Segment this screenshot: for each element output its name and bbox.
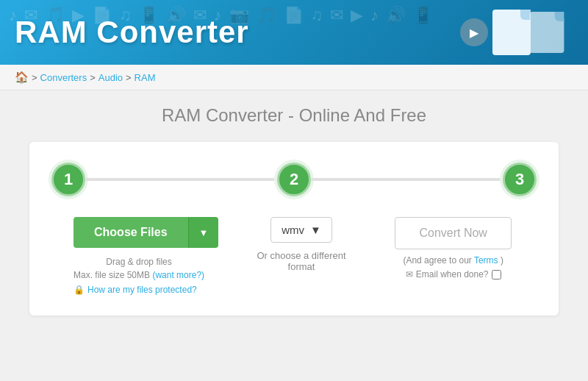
- breadcrumb-sep-3: >: [126, 72, 132, 83]
- breadcrumb-sep-1: >: [32, 72, 37, 83]
- page-header: ♪✉🎵▶📄 ♫📱🔊✉♪ 📷🎵📄♫✉ ▶♪🔊📱 RAM Converter ▶: [0, 0, 588, 65]
- step-2-col: wmv ▼ Or choose a different format: [226, 217, 378, 272]
- format-value: wmv: [282, 224, 304, 236]
- home-icon[interactable]: 🏠: [15, 71, 29, 84]
- format-select[interactable]: wmv ▼: [270, 217, 332, 243]
- play-arrow-icon: ▶: [460, 18, 488, 46]
- step-3-circle: 3: [503, 163, 537, 196]
- envelope-icon: ✉: [406, 269, 413, 279]
- step-3-col: Convert Now (And agree to our Terms ) ✉ …: [377, 217, 537, 279]
- file-protection-link[interactable]: 🔒 How are my files protected?: [74, 285, 197, 295]
- format-choose-label: Or choose a different format: [257, 250, 345, 272]
- breadcrumb-converters[interactable]: Converters: [40, 72, 87, 83]
- actions-row: Choose Files ▼ Drag & drop files Max. fi…: [51, 217, 537, 295]
- step-connector-2: [311, 178, 503, 181]
- choose-files-dropdown-btn[interactable]: ▼: [188, 217, 219, 248]
- drag-drop-label: Drag & drop files: [74, 255, 204, 268]
- step-connector-1: [85, 178, 277, 181]
- format-dropdown-arrow: ▼: [310, 224, 321, 236]
- step-1-col: Choose Files ▼ Drag & drop files Max. fi…: [51, 217, 226, 295]
- drag-drop-text: Drag & drop files Max. file size 50MB (w…: [74, 255, 204, 282]
- lock-icon: 🔒: [74, 285, 85, 295]
- convert-now-button[interactable]: Convert Now: [395, 217, 511, 249]
- breadcrumb-sep-2: >: [90, 72, 96, 83]
- want-more-link[interactable]: (want more?): [152, 270, 204, 280]
- main-content: RAM Converter - Online And Free 1 2 3 Ch…: [0, 90, 588, 330]
- choose-files-button[interactable]: Choose Files: [74, 217, 188, 248]
- step-1-circle: 1: [51, 163, 85, 196]
- email-row: ✉ Email when done?: [406, 269, 501, 279]
- converter-card: 1 2 3 Choose Files ▼ Drag & drop files M…: [29, 142, 559, 316]
- step-2-circle: 2: [277, 163, 311, 196]
- agree-text: (And agree to our Terms ): [403, 255, 503, 266]
- site-title: RAM Converter: [15, 15, 249, 50]
- breadcrumb: 🏠 > Converters > Audio > RAM: [0, 65, 588, 90]
- breadcrumb-audio[interactable]: Audio: [98, 72, 123, 83]
- breadcrumb-ram[interactable]: RAM: [135, 72, 156, 83]
- header-icon-group: ▶: [460, 10, 566, 55]
- choose-files-button-group[interactable]: Choose Files ▼: [74, 217, 218, 248]
- terms-link[interactable]: Terms: [474, 255, 498, 266]
- steps-row: 1 2 3: [51, 163, 537, 196]
- file-icon-2: [530, 12, 564, 53]
- email-when-done-label: Email when done?: [416, 269, 489, 279]
- email-checkbox[interactable]: [492, 270, 501, 279]
- max-size-label: Max. file size 50MB (want more?): [74, 268, 204, 282]
- page-title: RAM Converter - Online And Free: [29, 105, 559, 126]
- file-icon: [492, 10, 531, 55]
